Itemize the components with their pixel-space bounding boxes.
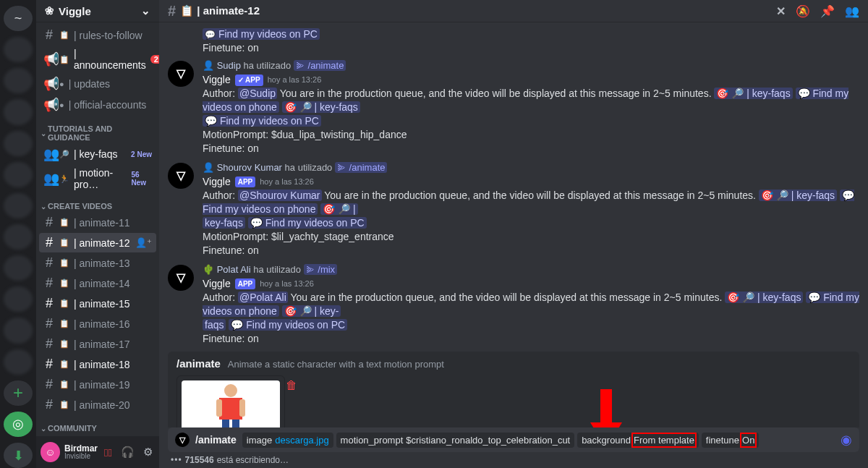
server-icon[interactable]: [4, 68, 33, 93]
used-command-chip[interactable]: ⫸ /animate: [294, 60, 346, 71]
link-chip[interactable]: faqs: [203, 319, 226, 331]
channel-item[interactable]: #📋| animate-14: [39, 273, 156, 293]
server-icon[interactable]: [4, 99, 33, 124]
explore-button[interactable]: ◎: [4, 412, 33, 437]
discord-home-icon[interactable]: ~: [4, 6, 33, 31]
author-name[interactable]: Viggle: [203, 73, 231, 87]
headphones-icon[interactable]: 🎧: [119, 446, 137, 459]
link-chip[interactable]: 🎯 🔎 | key-faqs: [282, 101, 360, 113]
channel-type-icon: 👥: [43, 146, 55, 162]
channel-item[interactable]: #📋| rules-to-follow: [39, 25, 156, 45]
mention[interactable]: @Shourov Kumar: [238, 190, 321, 201]
command-param[interactable]: imagedescarga.jpg: [242, 433, 333, 448]
chevron-down-icon: ⌄: [141, 4, 150, 17]
header-tool-icon[interactable]: 👥: [845, 4, 859, 18]
channel-item[interactable]: #📋| animate-19: [39, 375, 156, 394]
channel-type-icon: #: [43, 276, 55, 291]
flower-icon: ❀: [45, 4, 54, 17]
server-icon[interactable]: [4, 255, 33, 281]
link-chip[interactable]: 🎯 🔎 | key-faqs: [725, 292, 803, 303]
channel-item[interactable]: #📋| animate-18: [39, 354, 156, 374]
channel-category[interactable]: CREATE VIDEOS: [36, 193, 159, 212]
channel-item[interactable]: 📢●| official-accounts: [39, 95, 156, 115]
channel-label: | key-faqs: [74, 148, 117, 160]
link-chip[interactable]: 🎯 🔎 | key-: [282, 305, 341, 317]
channel-item[interactable]: #📋| animate-12👤⁺: [39, 233, 156, 252]
command-param[interactable]: finetuneOn: [702, 433, 760, 448]
channel-item[interactable]: 📢📋| announcements2: [39, 46, 156, 73]
server-icon[interactable]: [4, 193, 33, 218]
channel-label: | animate-18: [74, 359, 130, 370]
author-name[interactable]: Viggle: [203, 175, 231, 189]
main-area: # 📋 | animate-12 ✕🔕📌👥 💬 Find my videos o…: [159, 0, 868, 468]
header-tool-icon[interactable]: ✕: [776, 4, 786, 18]
channel-category[interactable]: COMMUNITY: [36, 415, 159, 434]
attachment-card[interactable]: 🗑: [176, 375, 285, 427]
command-param[interactable]: motion_prompt$cristiano_ronaldo_top_cele…: [336, 433, 575, 448]
command-param[interactable]: backgroundFrom template: [577, 433, 699, 448]
channel-type-icon: #: [43, 27, 55, 43]
channel-item[interactable]: #📋| animate-17: [39, 334, 156, 354]
server-icon[interactable]: [4, 162, 33, 187]
send-button[interactable]: ◉: [841, 432, 852, 448]
command-input-bar[interactable]: ▽ /animate imagedescarga.jpg motion_prom…: [168, 427, 859, 452]
param-value: From template: [634, 435, 694, 446]
link-chip[interactable]: 💬 Find my videos on PC: [248, 217, 367, 229]
link-chip[interactable]: 💬 Find my videos on PC: [229, 319, 347, 331]
add-server-button[interactable]: +: [4, 380, 33, 406]
mute-icon[interactable]: 🎙̸: [102, 446, 114, 459]
channel-label: | animate-19: [74, 379, 130, 391]
svg-rect-1: [216, 399, 222, 417]
link-chip[interactable]: 💬 Find my videos on PC: [203, 115, 321, 127]
channel-label: | animate-15: [74, 298, 130, 310]
header-tool-icon[interactable]: 📌: [820, 4, 835, 18]
used-command-chip[interactable]: ⫸ /animate: [335, 162, 388, 173]
channel-item[interactable]: #📋| animate-15: [39, 294, 156, 313]
bot-tag: ✓ APP: [235, 75, 263, 86]
link-chip[interactable]: 🎯 🔎 | key-faqs: [714, 88, 792, 99]
channel-type-icon: #: [43, 235, 55, 250]
author-name[interactable]: Viggle: [203, 277, 231, 291]
delete-attachment-icon[interactable]: 🗑: [286, 379, 297, 392]
download-button[interactable]: ⬇: [4, 443, 33, 468]
channel-item[interactable]: 👥🔎| key-faqs2 New: [39, 144, 156, 164]
server-icon[interactable]: [4, 37, 33, 62]
channel-list[interactable]: #📋| rules-to-follow📢📋| announcements2📢●|…: [36, 22, 159, 468]
input-bot-avatar: ▽: [175, 433, 190, 447]
settings-gear-icon[interactable]: ⚙: [141, 446, 155, 459]
bot-avatar[interactable]: [168, 265, 194, 291]
mention[interactable]: @Polat Ali: [238, 292, 288, 303]
bot-avatar[interactable]: [168, 163, 194, 189]
server-icon[interactable]: [4, 224, 33, 250]
channel-label: | updates: [69, 78, 110, 90]
used-command-chip[interactable]: ⫸ /mix: [304, 264, 337, 275]
param-value: descarga.jpg: [275, 435, 328, 446]
link-chip[interactable]: key-faqs: [203, 217, 245, 229]
mention[interactable]: @Sudip: [238, 88, 277, 99]
channel-type-icon: 📢: [43, 97, 55, 113]
link-chip[interactable]: 🎯 🔎 |: [320, 203, 357, 215]
avatar[interactable]: ☺: [41, 442, 60, 462]
channel-item[interactable]: #📋| animate-11: [39, 213, 156, 232]
link-chip[interactable]: 💬 Find my videos on PC: [203, 28, 320, 40]
channel-item[interactable]: #📋| animate-13: [39, 253, 156, 273]
create-invite-icon[interactable]: 👤⁺: [135, 237, 152, 248]
channel-type-icon: #: [43, 255, 55, 271]
channel-item[interactable]: 📢●| updates: [39, 74, 156, 94]
command-preview: /animate Animate a static character with…: [168, 352, 859, 427]
channel-category[interactable]: TUTORIALS AND GUIDANCE: [36, 116, 159, 143]
channel-item[interactable]: #📋| animate-16: [39, 314, 156, 333]
messages-scroll[interactable]: 💬 Find my videos on PC Finetune: on 👤 Su…: [159, 22, 868, 427]
bot-avatar[interactable]: [168, 61, 194, 87]
channel-emoji-icon: 🔎: [59, 150, 69, 159]
server-icon[interactable]: [4, 131, 33, 156]
server-icon[interactable]: [4, 349, 33, 375]
channel-item[interactable]: 👥🏃| motion-pro…56 New: [39, 165, 156, 192]
server-icon[interactable]: [4, 318, 33, 343]
server-icon[interactable]: [4, 286, 33, 312]
channel-emoji-icon: 📋: [59, 319, 69, 328]
link-chip[interactable]: 🎯 🔎 | key-faqs: [759, 190, 837, 201]
channel-item[interactable]: #📋| animate-20: [39, 395, 156, 414]
header-tool-icon[interactable]: 🔕: [796, 4, 810, 18]
server-name-header[interactable]: ❀ Viggle ⌄: [36, 0, 159, 22]
